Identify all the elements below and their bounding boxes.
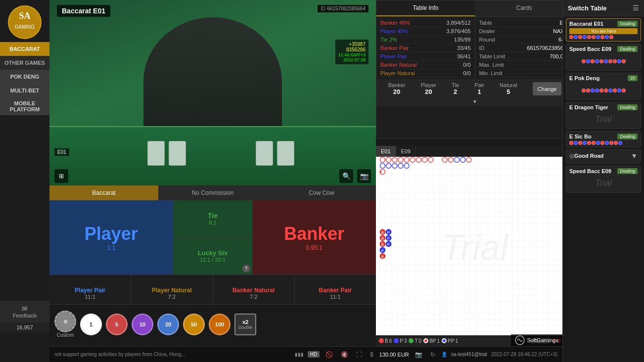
player-pair-dot: [442, 338, 447, 343]
collapse-button[interactable]: ▼: [376, 97, 573, 106]
trial-area: Trial: [569, 112, 638, 127]
sidebar-item-pok-deng[interactable]: POK DENG: [0, 70, 49, 84]
sidebar-item-mobile-platform[interactable]: MOBILE PLATFORM: [0, 97, 49, 115]
chip-20[interactable]: 20: [157, 314, 179, 335]
chips-count: 16,957: [0, 322, 49, 332]
tab-no-commission[interactable]: No Commission: [158, 185, 267, 200]
svg-text:B: B: [381, 242, 383, 247]
dealing-badge: Dealing: [617, 21, 638, 27]
chevron-down-icon[interactable]: ▼: [631, 152, 638, 160]
table-card-speed-bacc-e09[interactable]: Speed Bacc E09 Dealing: [566, 44, 641, 71]
custom-chip-button[interactable]: ⚙ Custom: [54, 311, 76, 338]
sidebar-item-multi-bet[interactable]: MULTI-BET: [0, 84, 49, 97]
refresh-button[interactable]: ↻: [428, 350, 437, 359]
dealing-badge: Dealing: [617, 134, 638, 139]
dealing-badge: Dealing: [617, 46, 638, 52]
table-card-header: E Sic Bo Dealing: [569, 134, 638, 139]
currency-button[interactable]: $: [368, 350, 375, 359]
table-card-header: Speed Bacc E09 Dealing: [569, 46, 638, 52]
bet-limits: Banker 20 Player 20 Tie 2 Pair 1 Natural…: [376, 80, 573, 97]
feedback-button[interactable]: ✉ Feedback: [0, 301, 49, 322]
bead-road-svg: B P B P B P P B: [376, 157, 574, 337]
svg-text:P: P: [381, 249, 383, 253]
table-info-panel: Table Info Cards Banker 49% 3,894/512 Pl…: [376, 0, 574, 138]
balance-display: 130.00 EUR: [379, 352, 409, 358]
bottom-bar: not support gaming activities by players…: [49, 346, 562, 362]
table-surface: [49, 126, 376, 185]
svg-point-19: [379, 171, 381, 173]
chips-area: ⚙ Custom 1 5 10 20 50 100 x2 Double: [49, 304, 376, 344]
chip-1[interactable]: 1: [80, 314, 102, 335]
switch-table-panel: Switch Table ☰ Baccarat E01 Dealing You …: [562, 0, 644, 362]
camera-off-button[interactable]: 📷: [413, 350, 424, 359]
bet-col-player: Player 20: [421, 82, 436, 95]
tab-cards[interactable]: Cards: [475, 0, 573, 16]
score-banker-pair: BP 1: [423, 338, 440, 344]
svg-text:GAMING: GAMING: [15, 24, 35, 30]
chip-double-button[interactable]: x2 Double: [234, 314, 256, 335]
tab-table-info[interactable]: Table Info: [376, 0, 475, 16]
you-here-badge: You are here: [569, 28, 638, 34]
bet-col-pair: Pair 1: [474, 82, 484, 95]
bottom-controls: ▮▮▮ HD 🚫 🔇 ⛶ $ 130.00 EUR 📷 ↻ 👤 sa-test4…: [295, 350, 557, 359]
stat-player: Player 49% 3,876/405: [380, 27, 471, 36]
sidebar-item-baccarat[interactable]: BACCARAT: [0, 42, 49, 56]
bet-lucky-six-button[interactable]: Lucky Six 12:1 / 20:1 ?: [174, 238, 252, 275]
info-max-limit: Max. Limit 20: [479, 61, 570, 69]
table-card-e-dragon-tiger[interactable]: E Dragon Tiger Dealing Trial: [566, 102, 641, 129]
chip-100[interactable]: 100: [209, 314, 230, 335]
chip-50[interactable]: 50: [183, 314, 205, 335]
table-card-baccarat-e01[interactable]: Baccarat E01 Dealing You are here: [566, 18, 641, 42]
table-info-content: Banker 49% 3,894/512 Player 49% 3,876/40…: [376, 17, 573, 80]
fullscreen-button[interactable]: ⛶: [354, 350, 364, 359]
info-id: ID 66157062385664: [479, 44, 570, 52]
table-ref: E01: [54, 148, 69, 156]
disclaimer-text: not support gaming activities by players…: [54, 352, 289, 357]
road-tab-E01[interactable]: E01: [376, 146, 396, 157]
bet-tie-button[interactable]: Tie 8:1: [174, 200, 252, 238]
tab-cow-cow[interactable]: Cow Cow: [267, 185, 376, 200]
table-card-good-road[interactable]: ◎ Good Road ▼: [566, 149, 641, 164]
stat-banker-pair: Banker Pair 33/45: [380, 44, 471, 52]
tab-baccarat[interactable]: Baccarat: [49, 185, 158, 200]
chip-5[interactable]: 5: [106, 314, 128, 335]
svg-text:P: P: [387, 236, 390, 241]
tie-dot: [409, 338, 414, 343]
hd-badge[interactable]: HD: [308, 351, 320, 358]
zoom-button[interactable]: 🔍: [339, 169, 353, 183]
table-card-header: E Dragon Tiger Dealing: [569, 104, 638, 110]
table-card-e-sic-bo[interactable]: E Sic Bo Dealing: [566, 131, 641, 147]
change-button[interactable]: Change: [533, 82, 562, 95]
info-min-limit: Min. Limit 1: [479, 69, 570, 78]
sidebar-item-other-games[interactable]: OTHER GAMES: [0, 56, 49, 70]
pip-button[interactable]: 📷: [357, 169, 371, 183]
chip-10[interactable]: 10: [132, 314, 153, 335]
svg-text:P: P: [387, 242, 390, 247]
table-card-header: ◎ Good Road ▼: [569, 152, 638, 160]
score-banker: B 6: [379, 338, 392, 344]
bet-banker-button[interactable]: Banker 0.95:1: [253, 200, 376, 274]
video-area: Baccarat E01 ID 66157062385664 +35987 83…: [49, 0, 376, 185]
table-card-speed-bacc-e09-2[interactable]: Speed Bacc E09 Dealing Trial: [566, 166, 641, 193]
svg-text:B: B: [381, 236, 383, 241]
mute-audio-button[interactable]: 🔇: [339, 350, 350, 359]
lucky-six-info-icon[interactable]: ?: [242, 265, 250, 272]
banker-pair-dot: [423, 338, 428, 343]
good-road-icon: ◎: [569, 152, 574, 159]
mute-video-button[interactable]: 🚫: [323, 350, 335, 359]
bead-mini: [569, 35, 638, 39]
table-card-e-pok-deng[interactable]: E Pok Deng 20: [566, 73, 641, 100]
score-player-pair: PP 1: [442, 338, 458, 344]
sa-gaming-logo: SA GAMING: [5, 2, 45, 42]
switch-title: Switch Table: [568, 4, 607, 12]
svg-text:B: B: [381, 255, 383, 259]
camera-toggle-button[interactable]: ⊞: [54, 169, 68, 183]
dealing-badge: Dealing: [617, 168, 638, 174]
banker-dot: [379, 338, 384, 343]
filter-icon[interactable]: ☰: [633, 4, 639, 12]
info-table-limit: Table Limit 700,000: [479, 52, 570, 61]
dealing-badge: 20: [628, 75, 638, 81]
road-tab-E09[interactable]: E09: [396, 146, 416, 157]
bet-player-button[interactable]: Player 1:1: [49, 200, 174, 274]
info-table: Table E01: [479, 19, 570, 27]
